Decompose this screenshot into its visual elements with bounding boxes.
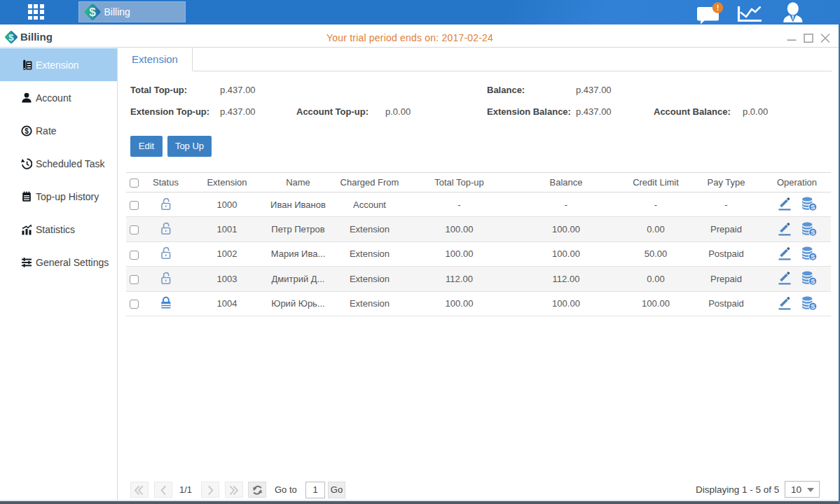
svg-text:$: $ xyxy=(89,6,96,19)
svg-text:$: $ xyxy=(25,127,29,134)
svg-text:$: $ xyxy=(8,31,14,42)
svg-text:!: ! xyxy=(717,4,719,12)
